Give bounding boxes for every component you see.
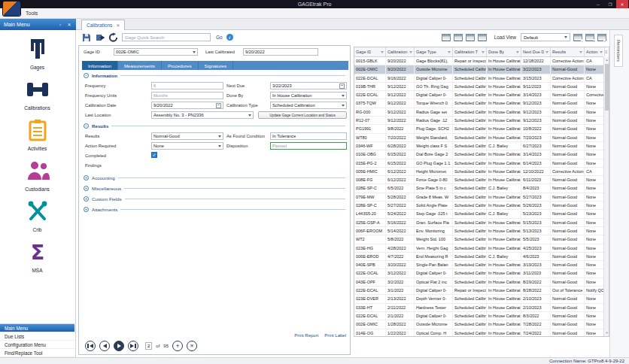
close-panel-icon[interactable]: ✕ [66,22,72,28]
load-view-select[interactable]: Default [521,33,570,41]
minimize-button[interactable]: ─ [592,0,604,8]
collapse-icon[interactable]: − [84,123,89,129]
table-row[interactable]: 0015-GBLK9/20/2022Gage Blocks(81),Repair… [354,57,603,65]
tab-procedures[interactable]: Procedures [162,61,199,70]
filter-icon[interactable] [545,51,548,53]
table-row[interactable]: WT25/8/2022Weight Std, 100Scheduled Cali… [354,235,603,244]
cancel-record-button[interactable]: ✕ [187,341,197,351]
table-row[interactable]: 022E-DCAL2/1/2022Digital Caliper 0-Sched… [354,312,603,320]
calendar-icon[interactable] [339,83,345,89]
table-row[interactable]: L443S5-205/24/2022Step Gage .025 tSchedu… [354,210,603,218]
table-row[interactable]: 002E-OMIC9/20/2022Outside MicromeSchedul… [354,65,603,74]
app-logo-icon[interactable] [3,2,20,16]
calendar-icon[interactable] [216,103,221,108]
table-row[interactable]: R12-079/12/2022Radius Gage .12Scheduled … [354,117,603,125]
information-section-header[interactable]: − Information [84,73,345,78]
sidebar-item-main-menu[interactable]: Main Menu [0,324,74,332]
grid-column-header[interactable]: Done By [487,47,521,56]
filter-icon[interactable] [409,51,412,53]
refresh-icon[interactable] [108,32,118,42]
frequency-field[interactable]: 6 [151,82,223,89]
grid-view-icon[interactable] [442,34,451,41]
expand-icon[interactable]: + [84,175,89,180]
add-record-button[interactable]: + [172,341,183,351]
filter-icon[interactable] [381,51,384,53]
last-location-field[interactable]: Assembly No. 3 - PN2336 [151,111,254,119]
table-row[interactable]: 022E-DCAL9/12/2022Digital Caliper 0-Sche… [354,91,603,99]
expand-icon[interactable]: + [84,196,89,202]
table-row[interactable]: RG-0009/12/2022Radius Gage setScheduled … [354,108,603,117]
table-row[interactable]: 002E-OMIC1/28/2022Outside MicromeSchedul… [354,320,603,329]
maximize-button[interactable]: ❐ [604,0,616,8]
column-view-icon[interactable] [478,34,487,41]
next-due-field[interactable]: 3/22/2023 [270,82,347,89]
as-found-field[interactable]: In Tolerance [270,132,347,140]
results-field[interactable]: Normal-Good [151,132,223,140]
tab-signatures[interactable]: Signatures [199,61,234,70]
table-row[interactable]: 079E-MW5/28/2022Grade 8 Meas. WScheduled… [354,193,603,202]
table-row[interactable]: 023E-DVER2/13/2022Depth Vernier 0-Schedu… [354,295,603,303]
calibration-type-field[interactable]: Scheduled Calibration [270,102,347,109]
sidebar-item-configuration-menu[interactable]: Configuration Menu [0,341,74,349]
search-input[interactable] [122,33,211,41]
expand-icon[interactable]: + [84,186,89,191]
card-view-icon[interactable] [466,34,475,41]
done-by-field[interactable]: In House Calibration [270,92,347,99]
filter-icon[interactable] [448,51,451,53]
table-row[interactable]: 040E-SPB3/20/2022Single-Pan BalanSchedul… [354,261,603,269]
pin-icon[interactable]: ▫ [57,22,63,28]
table-row[interactable]: 028E-SP-C6/5/2022Sine Plate 5 in cSchedu… [354,184,603,193]
first-record-button[interactable] [85,341,96,351]
table-row[interactable]: 033E-HT2/11/2022Hardness TesterScheduled… [354,304,603,312]
tab-tools[interactable]: Tools [26,11,38,16]
grid-column-header[interactable]: Action Requ [585,47,605,56]
grid-column-header[interactable]: Next Due D [521,47,551,56]
grid-column-header[interactable]: Results [551,47,585,56]
table-row[interactable]: PG19919/8/2022Plug Gage, SCH2Scheduled C… [354,125,603,133]
results-section-header[interactable]: − Results [84,123,345,129]
current-record[interactable]: 2 [145,342,152,350]
close-button[interactable]: ✕ [616,0,628,8]
table-row[interactable]: 015E-PG-26/15/2022GO Plug Gage 1.1Schedu… [354,159,603,168]
print-label-link[interactable]: Print Label [324,333,346,338]
update-location-button[interactable]: Update Gage Current Location and Status [258,111,347,119]
tab-measurements[interactable]: Measurements [118,61,162,70]
scroll-up-icon[interactable]: ▲ [604,57,609,63]
gage-id-field[interactable]: 002E-OMIC [114,48,198,56]
table-row[interactable]: 019B-THR9/12/2022GO Th. Ring GagSchedule… [354,83,603,91]
last-record-button[interactable] [128,341,138,351]
collapse-icon[interactable]: − [84,73,89,78]
grid-column-header[interactable]: Gage ID [354,47,386,56]
table-row[interactable]: 008E-FG6/12/2022Force Gage 0-80Scheduled… [354,176,603,184]
save-icon[interactable] [81,32,91,42]
sidebar-item-due-lists[interactable]: Due Lists [0,332,74,341]
section-custom-fields[interactable]: +Custom Fields [84,193,345,204]
banded-view-icon[interactable] [454,34,463,41]
sidebar-item-activities[interactable]: Activities [0,114,74,155]
grid-column-header[interactable]: Gage Type [415,47,453,56]
table-row[interactable]: 0346-WF6/28/2022Weight class F SSchedule… [354,142,603,150]
table-row[interactable]: 022E-DCAL3/1/2022Digital Caliper 0-Repai… [354,287,603,295]
filter-icon[interactable] [600,51,603,53]
section-attachments[interactable]: +Attachments [84,204,345,214]
info-icon[interactable]: i [226,34,233,41]
sidebar-item-calibrations[interactable]: Calibrations [0,74,74,114]
table-row[interactable]: 022E-DCAL9/16/2022Digital Caliper 0-Sche… [354,74,603,83]
tab-information[interactable]: Information [82,61,118,70]
table-row[interactable]: WT807/20/2022Weight Standard,Scheduled C… [354,134,603,142]
print-report-link[interactable]: Print Report [294,333,318,338]
column-chooser-icon[interactable]: ≡ [605,47,608,56]
expand-icon[interactable]: + [84,207,89,212]
sidebar-item-custodians[interactable]: Custodians [0,155,74,196]
previous-record-button[interactable] [99,341,110,351]
grid-column-header[interactable]: Calibration D [386,47,415,56]
sidebar-item-gages[interactable]: Gages [0,33,74,74]
calibration-date-field[interactable]: 9/20/2022 [151,102,223,109]
disposition-field[interactable]: Passed [270,142,347,150]
action-required-field[interactable]: None [151,142,223,150]
last-calibrated-field[interactable]: 9/20/2022 [243,48,318,56]
table-row[interactable]: 023E-HG4/28/2022Vern. Height GagSchedule… [354,244,603,253]
table-row[interactable]: 025E-GSP-A5/16/2022Gran. Surface PlaSche… [354,219,603,227]
table-row[interactable]: 010E-OBG6/15/2022Dial Bore Gage 2Schedul… [354,150,603,159]
reminders-tab[interactable]: Reminders [614,35,623,67]
